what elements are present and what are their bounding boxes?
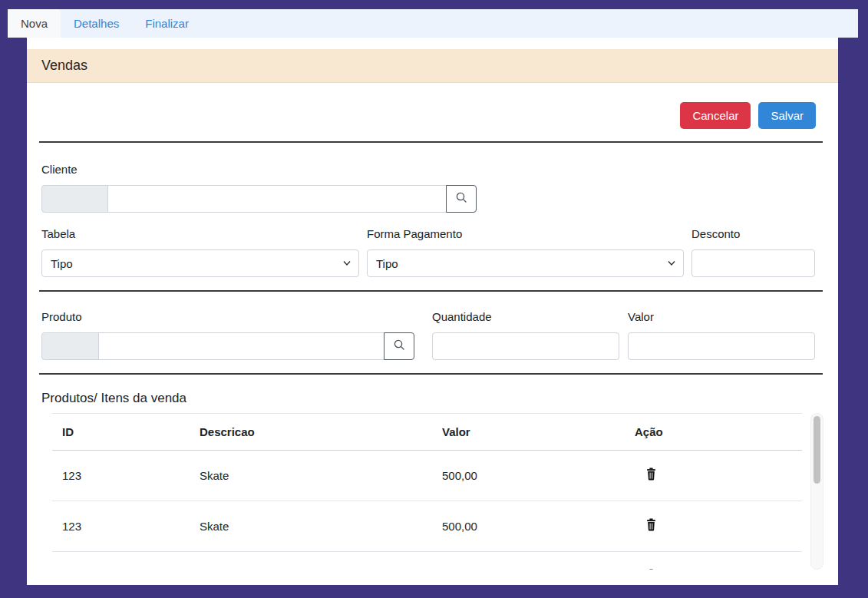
divider	[39, 373, 823, 375]
cell-id: 123	[52, 501, 190, 552]
table-scrollbar-track[interactable]	[810, 413, 823, 570]
tabela-select[interactable]: Tipo	[41, 249, 359, 277]
tabela-select-wrap: Tipo	[41, 249, 359, 277]
valor-label: Valor	[628, 310, 654, 323]
produto-input-group	[41, 332, 414, 360]
cell-valor: 500,00	[432, 501, 625, 552]
delete-item-button[interactable]	[645, 467, 657, 481]
tabela-label: Tabela	[41, 227, 75, 240]
table-scrollbar-thumb[interactable]	[814, 416, 820, 484]
table-row: 123 Skate 500,00	[52, 552, 802, 570]
trash-icon	[645, 467, 657, 481]
cliente-name-input[interactable]	[107, 185, 447, 213]
forma-pagamento-label: Forma Pagamento	[367, 227, 462, 240]
cell-valor: 500,00	[432, 451, 625, 501]
trash-icon	[645, 569, 657, 570]
vendas-card: Vendas Cancelar Salvar Cliente Tabela Fo…	[27, 38, 838, 585]
cliente-code-input	[41, 185, 108, 213]
column-header-acao: Ação	[625, 414, 802, 451]
tab-bar: Nova Detalhes Finalizar	[8, 9, 858, 38]
delete-item-button[interactable]	[645, 518, 657, 531]
desconto-label: Desconto	[691, 227, 740, 240]
search-icon	[393, 339, 406, 354]
cell-descricao: Skate	[190, 501, 432, 552]
produto-name-input[interactable]	[98, 332, 384, 360]
divider	[39, 141, 823, 143]
desconto-input[interactable]	[691, 249, 815, 277]
tab-finalizar[interactable]: Finalizar	[132, 9, 202, 38]
cancel-button[interactable]: Cancelar	[680, 102, 751, 129]
cell-acao	[625, 451, 802, 501]
cell-acao	[625, 552, 802, 570]
items-table-container: ID Descricao Valor Ação 123 Skate 500,00	[52, 413, 823, 570]
forma-pagamento-select-wrap: Tipo	[367, 249, 684, 277]
cell-id: 123	[52, 451, 190, 501]
column-header-valor: Valor	[432, 414, 625, 451]
cell-descricao: Skate	[190, 451, 432, 501]
cell-descricao: Skate	[190, 552, 432, 570]
save-button[interactable]: Salvar	[758, 102, 816, 129]
quantidade-label: Quantidade	[432, 310, 492, 323]
cell-id: 123	[52, 552, 190, 570]
search-icon	[455, 191, 468, 206]
divider	[39, 290, 823, 292]
cell-acao	[625, 501, 802, 552]
items-table: ID Descricao Valor Ação 123 Skate 500,00	[52, 413, 802, 570]
delete-item-button[interactable]	[645, 569, 657, 570]
quantidade-input[interactable]	[432, 332, 619, 360]
cliente-input-group	[41, 185, 477, 213]
cliente-label: Cliente	[41, 163, 78, 176]
table-row: 123 Skate 500,00	[52, 501, 802, 552]
action-buttons: Cancelar Salvar	[680, 102, 816, 129]
column-header-id: ID	[52, 414, 190, 451]
items-heading: Produtos/ Itens da venda	[41, 391, 186, 406]
produto-code-input	[41, 332, 99, 360]
cliente-search-button[interactable]	[446, 185, 477, 213]
page-header: Vendas	[27, 49, 838, 83]
column-header-descricao: Descricao	[190, 414, 432, 451]
forma-pagamento-select[interactable]: Tipo	[367, 249, 684, 277]
table-header-row: ID Descricao Valor Ação	[52, 414, 802, 451]
valor-input[interactable]	[628, 332, 815, 360]
produto-search-button[interactable]	[384, 332, 414, 360]
table-row: 123 Skate 500,00	[52, 451, 802, 501]
page-title: Vendas	[41, 58, 87, 74]
tab-nova[interactable]: Nova	[8, 9, 61, 38]
produto-label: Produto	[41, 310, 82, 323]
cell-valor: 500,00	[432, 552, 625, 570]
trash-icon	[645, 518, 657, 531]
tab-detalhes[interactable]: Detalhes	[61, 9, 132, 38]
